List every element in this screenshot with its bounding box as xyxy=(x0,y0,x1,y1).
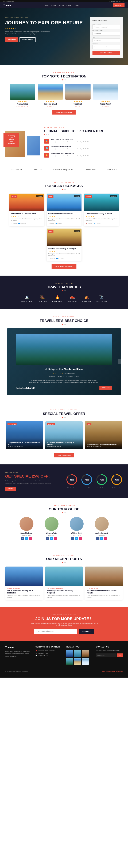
offer-card-3[interactable]: NEW Sunset view of beautiful Lakeside Ci… xyxy=(85,422,122,450)
guide-instagram-3[interactable]: in xyxy=(79,537,82,540)
post-card-2[interactable]: ADVENTURE / FEB 12, 2023 Take only memor… xyxy=(45,566,83,600)
slide-book-button[interactable]: BOOK NOW xyxy=(99,386,112,390)
more-destinations-button[interactable]: MORE DESTINATION xyxy=(52,110,76,115)
nav-contact[interactable]: CONTACT xyxy=(73,4,80,6)
nav-booking-button[interactable]: BOOKING xyxy=(113,3,125,7)
dot3 xyxy=(65,80,66,81)
slide-title: Holiday to the Ozoletan River xyxy=(16,368,112,371)
post-meta-2: ADVENTURE / FEB 12, 2023 xyxy=(47,588,81,589)
activity-3[interactable]: 🔥 Camp Fire xyxy=(52,295,62,302)
hero-book-button[interactable]: BOOK NOW xyxy=(5,37,18,42)
stat-circle-3: 70% xyxy=(96,473,108,486)
pkg-card-4[interactable]: $800 4 DAYS Vacation to water city of Po… xyxy=(47,228,82,261)
offer-card-1[interactable]: HOT OFFER Couple vacation to Disney land… xyxy=(6,422,43,450)
activity-1[interactable]: 🏔️ Adventure xyxy=(21,295,33,302)
dest-card-2[interactable]: ★★★★★ Santorini Island GREECE xyxy=(38,84,63,107)
view-all-offer-button[interactable]: VIEW ALL OFFER xyxy=(54,453,75,458)
pkg-img-4: $800 4 DAYS xyxy=(47,228,82,246)
footer-thumb-5[interactable] xyxy=(74,658,81,664)
about-title: ULTIMATE GUIDE TO EPIC ADVENTURE xyxy=(44,129,123,133)
footer-email-input[interactable] xyxy=(96,653,116,657)
guide-twitter-3[interactable]: t xyxy=(75,537,78,540)
dest-card-3[interactable]: ★★★★★ Tibet Peak CHINA xyxy=(65,84,91,107)
newsletter-subscribe-button[interactable]: SUBSCRIBE xyxy=(79,629,94,634)
posts-grid: TRAVEL / JAN 20, 2023 Life is a beautifu… xyxy=(5,566,123,600)
nav-blog[interactable]: BLOG ▾ xyxy=(66,4,71,6)
pkg-location-1: 📍 Greece xyxy=(11,223,17,224)
footer-submit-button[interactable]: GO xyxy=(117,653,123,657)
hero-offer-button[interactable]: SEE ALL OFFER xyxy=(19,37,36,42)
campfire-icon: 🔥 xyxy=(52,295,62,299)
footer-email[interactable]: ✉️ info@travele.com xyxy=(36,655,62,657)
guide-instagram-1[interactable]: in xyxy=(29,537,32,540)
guide-facebook-2[interactable]: f xyxy=(46,537,49,540)
dest-card-1[interactable]: ★★★★★ Marina Ridge NEW ZEALAND xyxy=(10,84,35,107)
post-card-1[interactable]: TRAVEL / JAN 20, 2023 Life is a beautifu… xyxy=(5,566,43,600)
pkg-price-3: $1,500 xyxy=(85,195,92,197)
offer-card-2[interactable]: SALE 20% Experience the natural beauty o… xyxy=(45,422,83,450)
svg-text:70%: 70% xyxy=(100,478,104,481)
offer-subtitle-2: From $950 per person xyxy=(47,446,81,447)
newsletter-email-input[interactable] xyxy=(34,629,77,634)
post-desc-1: Lorem ipsum dolor sit amet consectetur a… xyxy=(7,595,41,598)
stat-label-1: Satisfied Clients xyxy=(66,487,78,489)
more-packages-button[interactable]: VIEW MORE PACKAGE xyxy=(51,264,77,269)
pkg-card-2[interactable]: $950 5 DAYS Holiday to the Ozoletan Rive… xyxy=(47,193,82,226)
pkg-stars-4: ★★★★★ xyxy=(48,250,80,252)
activities-grid: 🏔️ Adventure 🥾 Trekking 🔥 Camp Fire 🛻 Of… xyxy=(5,295,123,302)
pkg-days-4: 4 DAYS xyxy=(74,230,80,232)
about-dots xyxy=(44,134,123,135)
footer-thumb-1[interactable] xyxy=(66,650,73,657)
pkg-card-3[interactable]: $1,500 10 DAYS Experience the beauty of … xyxy=(84,193,119,226)
get-special-section: SPECIAL OFFER GET SPECIAL 25% OFF ! Sed … xyxy=(0,464,128,498)
hero-rating-text: 4.9 xyxy=(15,28,17,29)
camping-icon: ⛺ xyxy=(82,295,91,299)
guide-instagram-4[interactable]: in xyxy=(104,537,107,540)
footer-credit-link[interactable]: www.DownloadBestThemes.com xyxy=(102,671,123,672)
activity-5[interactable]: ⛺ Camping xyxy=(82,295,91,302)
packages-label: BEST TRAVEL DEALS xyxy=(5,181,123,183)
footer-thumb-4[interactable] xyxy=(66,658,73,664)
activity-4[interactable]: 🛻 Off Road xyxy=(68,295,77,302)
persons-input[interactable] xyxy=(92,45,120,49)
footer-phone[interactable]: 📞 +00 12345 67890 xyxy=(36,652,62,654)
footer-thumb-6[interactable] xyxy=(82,658,89,664)
post-card-3[interactable]: TIPS / MAR 05, 2023 Journeys are best me… xyxy=(85,566,123,600)
feature-title-1: BEST PRICE GUARANTEE xyxy=(51,139,106,141)
guide-instagram-2[interactable]: in xyxy=(54,537,57,540)
activity-2[interactable]: 🥾 Trekking xyxy=(38,295,47,302)
guide-facebook-1[interactable]: f xyxy=(21,537,24,540)
nav-tour[interactable]: TOUR ▾ xyxy=(51,4,56,6)
activity-6[interactable]: 🔭 Exploring xyxy=(96,295,107,302)
slider-next-button[interactable]: › xyxy=(118,359,123,364)
post-img-2 xyxy=(45,566,83,586)
offroad-icon: 🛻 xyxy=(68,295,77,299)
footer-thumb-2[interactable] xyxy=(74,650,81,657)
best-choice-title: TRAVELLER'S BEST CHOICE xyxy=(5,319,123,323)
post-img-3 xyxy=(85,566,123,586)
newsletter-form: SUBSCRIBE xyxy=(5,629,123,634)
search-button[interactable]: SEARCH TOUR xyxy=(92,51,120,55)
nav-home[interactable]: HOME xyxy=(45,4,49,6)
nav-pages[interactable]: PAGES ▾ xyxy=(58,4,64,6)
pkg-body-1: Sunset view of Ozoletan River ★★★★★ Lore… xyxy=(9,211,44,226)
guide-facebook-4[interactable]: f xyxy=(96,537,99,540)
pkg-img-2: $950 5 DAYS xyxy=(47,193,82,211)
post-img-1 xyxy=(5,566,43,586)
type-input[interactable] xyxy=(92,38,120,42)
dest-stars-1: ★★★★★ xyxy=(10,101,35,102)
guide-twitter-4[interactable]: t xyxy=(100,537,103,540)
pkg-card-1[interactable]: $1,200 7 DAYS Sunset view of Ozoletan Ri… xyxy=(9,193,44,226)
destinations-title: TOP NOTCH DESTINATION xyxy=(5,74,123,78)
footer-thumb-3[interactable] xyxy=(82,650,89,657)
destination-input[interactable] xyxy=(92,25,120,29)
footer-address[interactable]: 📍 123 Travel Street, NY 10001 xyxy=(36,650,62,652)
guide-facebook-3[interactable]: f xyxy=(71,537,74,540)
grab-offer-button[interactable]: GRAB IT xyxy=(5,487,16,491)
guide-twitter-2[interactable]: t xyxy=(50,537,53,540)
feature-content-2: AMAZING DESTINATION Lorem ipsum dolor si… xyxy=(51,146,106,150)
nav-logo[interactable]: Travele xyxy=(3,4,11,7)
guide-twitter-1[interactable]: t xyxy=(25,537,28,540)
date-input[interactable] xyxy=(92,32,120,35)
dest-card-4[interactable]: ★★★★★ Arctic Desert RUSSIA xyxy=(93,84,118,107)
